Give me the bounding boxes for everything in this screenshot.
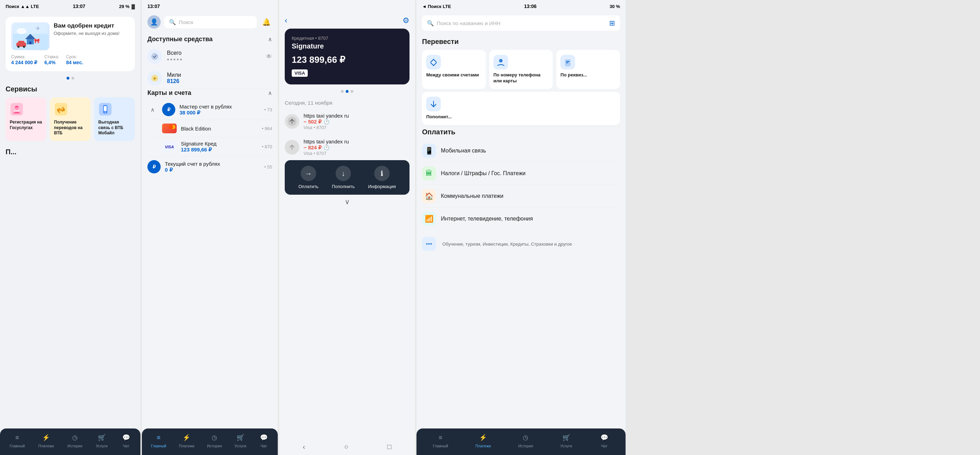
nav-payments-2[interactable]: ⚡ Платежи: [179, 433, 194, 448]
nav-chat-4[interactable]: 💬 Чат: [600, 433, 609, 448]
time-4: 13:06: [524, 3, 537, 9]
card-number-current: • 55: [264, 164, 272, 169]
nav-main-1[interactable]: ≡ Главный: [10, 433, 25, 448]
transaction-2[interactable]: https taxi yandex ru − 824 ₽ 🕐 Visa • 87…: [279, 134, 415, 160]
card-balance-master: 38 000 ₽: [180, 110, 260, 116]
chevron-down-3[interactable]: ∨: [279, 195, 415, 209]
tx-sub-1: Visa • 8707: [304, 125, 409, 130]
nav-payments-icon-2: ⚡: [181, 433, 191, 442]
fund-miles-info: Мили 8126: [167, 72, 272, 85]
pay-utilities-label: Коммунальные платежи: [441, 193, 504, 199]
pay-utilities[interactable]: 🏠 Коммунальные платежи: [422, 185, 620, 208]
svg-rect-14: [14, 107, 19, 111]
card-name-signature: Signature Кред: [181, 140, 258, 147]
svg-point-29: [426, 243, 428, 244]
s4-search-bar[interactable]: 🔍 Поиск по названию и ИНН ⊞: [422, 15, 620, 31]
svg-point-9: [23, 46, 25, 48]
nav-history-2[interactable]: ◷ История: [207, 433, 222, 448]
qr-button-4[interactable]: ⊞: [609, 19, 615, 27]
card-item-signature[interactable]: VISA Signature Кред 123 899,66 ₽ • 870: [147, 137, 272, 156]
tx-info-1: https taxi yandex ru − 502 ₽ 🕐 Visa • 87…: [304, 113, 409, 130]
pay-mobile[interactable]: 📱 Мобильная связь: [422, 140, 620, 162]
card-item-current[interactable]: ₽ Текущий счет в рублях 0 ₽ • 55: [147, 156, 272, 177]
transfer-phone-icon: [493, 55, 508, 69]
svg-text:★: ★: [153, 76, 157, 81]
partial-section-title: П...: [6, 148, 135, 156]
back-button-3[interactable]: ‹: [285, 16, 287, 25]
s3-header: ‹ ⚙: [279, 13, 415, 29]
more-icon: [422, 237, 436, 251]
credit-banner-image: ✈ 🎀: [11, 22, 49, 50]
action-top-icon: ↓: [336, 166, 351, 181]
transfer-row-2: Пополнит...: [417, 92, 625, 126]
transfer-phone[interactable]: По номеру телефона или карты: [489, 50, 553, 89]
card-dots-indicator: [279, 90, 415, 93]
bottom-nav-2: ≡ Главный ⚡ Платежи ◷ История 🛒 Услуги 💬…: [142, 428, 278, 455]
action-pay[interactable]: → Оплатить: [298, 166, 318, 189]
card-dot-1: [341, 90, 344, 93]
action-top-up[interactable]: ↓ Пополнить: [332, 166, 355, 189]
credit-banner[interactable]: ✈ 🎀 Вам одобрен кредит Оформите, не выхо…: [6, 17, 135, 71]
service-gosuslugi[interactable]: Регистрация на Госуслугах: [6, 97, 46, 141]
status-bar-right-4: 30 %: [609, 4, 620, 9]
android-recents[interactable]: □: [387, 443, 391, 451]
nav-history-label-4: История: [518, 444, 533, 448]
transfer-requisites[interactable]: По реквиз...: [556, 50, 620, 89]
service-mobile[interactable]: Выгодная связь с ВТБ Мобайл: [94, 97, 135, 141]
nav-main-icon-4: ≡: [436, 433, 445, 442]
nav-history-4[interactable]: ◷ История: [518, 433, 533, 448]
nav-services-2[interactable]: 🛒 Услуги: [235, 433, 247, 448]
nav-services-1[interactable]: 🛒 Услуги: [96, 433, 108, 448]
action-info-label: Информация: [368, 184, 396, 189]
nav-payments-icon-1: ⚡: [41, 433, 51, 442]
transaction-1[interactable]: https taxi yandex ru − 502 ₽ 🕐 Visa • 87…: [279, 109, 415, 134]
nav-payments-4[interactable]: ⚡ Платежи: [476, 433, 491, 448]
nav-chat-1[interactable]: 💬 Чат: [121, 433, 131, 448]
battery-indicator-1: ▓: [132, 4, 135, 9]
svg-text:✈: ✈: [35, 26, 40, 31]
svg-rect-7: [18, 41, 24, 44]
service-transfers[interactable]: Получение переводов на ВТБ: [50, 97, 91, 141]
fund-miles-icon: ★: [147, 71, 162, 86]
nav-history-icon-4: ◷: [521, 433, 530, 442]
avatar-2[interactable]: 👤: [147, 15, 161, 29]
stat-rate: Ставка: 6,4%: [44, 54, 59, 65]
svg-text:🎀: 🎀: [34, 38, 40, 44]
eye-button[interactable]: 👁: [266, 53, 272, 61]
nav-services-4[interactable]: 🛒 Услуги: [560, 433, 572, 448]
android-nav-3: ‹ ○ □: [279, 439, 415, 455]
card-number-black: • 964: [262, 126, 272, 131]
fund-total-dots: •••••: [167, 56, 261, 64]
transfer-deposit[interactable]: Пополнит...: [422, 92, 620, 125]
pay-taxes[interactable]: 🏛 Налоги / Штрафы / Гос. Платежи: [422, 162, 620, 185]
credit-banner-top: ✈ 🎀 Вам одобрен кредит Оформите, не выхо…: [11, 22, 129, 50]
nav-chat-icon-4: 💬: [600, 433, 609, 442]
nav-main-label-2: Главный: [151, 444, 166, 448]
action-info[interactable]: ℹ Информация: [368, 166, 396, 189]
nav-main-icon-1: ≡: [12, 433, 22, 442]
nav-chat-icon-1: 💬: [121, 433, 131, 442]
pay-internet[interactable]: 📶 Интернет, телевидение, телефония: [422, 208, 620, 230]
android-back[interactable]: ‹: [303, 443, 305, 451]
expand-master[interactable]: ∧: [147, 104, 158, 115]
card-visa-logo: VISA: [292, 69, 308, 77]
chevron-cards[interactable]: ∧: [268, 90, 272, 96]
search-bar-2[interactable]: 🔍 Поиск: [164, 16, 257, 28]
nav-payments-1[interactable]: ⚡ Платежи: [38, 433, 54, 448]
card-item-master[interactable]: ∧ ₽ Мастер счет в рублях 38 000 ₽ • 73: [147, 99, 272, 120]
nav-services-label-4: Услуги: [560, 444, 572, 448]
nav-main-2[interactable]: ≡ Главный: [151, 433, 166, 448]
transfer-own-accounts[interactable]: Между своими счетами: [422, 50, 486, 89]
action-top-label: Пополнить: [332, 184, 355, 189]
bell-icon-2[interactable]: 🔔: [260, 16, 272, 28]
android-home[interactable]: ○: [344, 443, 348, 451]
nav-main-4[interactable]: ≡ Главный: [433, 433, 448, 448]
svg-rect-18: [104, 106, 107, 111]
card-item-black[interactable]: Black Edition • 964: [147, 120, 272, 137]
s1-content: ✈ 🎀 Вам одобрен кредит Оформите, не выхо…: [0, 13, 140, 160]
chevron-funds[interactable]: ∧: [268, 36, 272, 43]
gear-button-3[interactable]: ⚙: [402, 16, 409, 25]
nav-chat-2[interactable]: 💬 Чат: [259, 433, 269, 448]
transfers-label: Получение переводов на ВТБ: [54, 120, 86, 136]
nav-history-1[interactable]: ◷ История: [67, 433, 82, 448]
